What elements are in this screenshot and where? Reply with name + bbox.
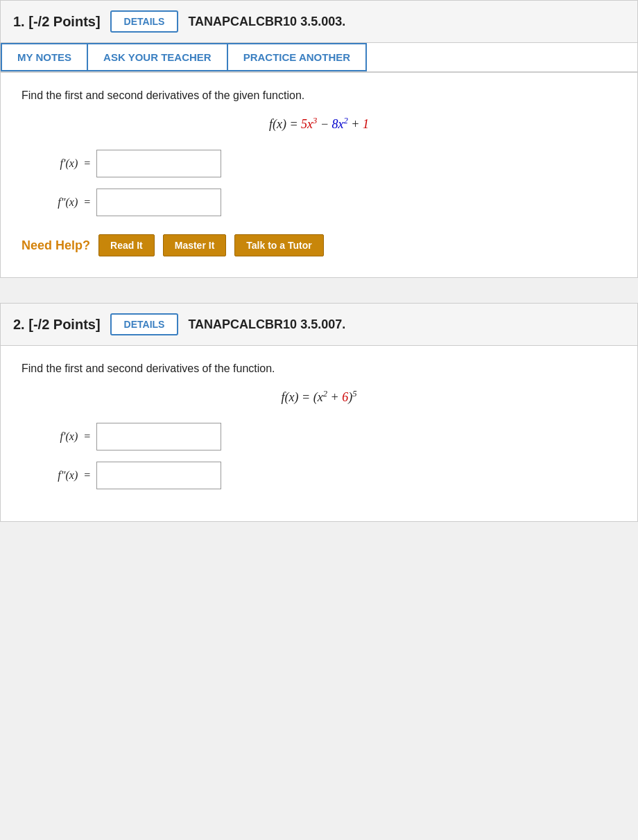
problem-2: 2. [-/2 Points] DETAILS TANAPCALCBR10 3.…	[0, 303, 638, 522]
problem-1-toolbar: MY NOTES ASK YOUR TEACHER PRACTICE ANOTH…	[1, 43, 637, 73]
problem-1-content: Find the first and second derivatives of…	[1, 73, 637, 277]
second-derivative-row-2: f″(x) =	[21, 462, 617, 489]
talk-to-tutor-button[interactable]: Talk to a Tutor	[234, 234, 323, 256]
ask-teacher-button[interactable]: ASK YOUR TEACHER	[87, 43, 228, 71]
need-help-label-1: Need Help?	[21, 238, 90, 253]
master-it-button[interactable]: Master It	[163, 234, 227, 256]
second-derivative-input-1[interactable]	[96, 189, 221, 216]
second-derivative-label-1: f″(x) =	[21, 196, 91, 209]
details-button-1[interactable]: DETAILS	[110, 10, 179, 33]
problem-2-number: 2. [-/2 Points]	[13, 317, 101, 333]
first-derivative-label-1: f′(x) =	[21, 157, 91, 170]
details-button-2[interactable]: DETAILS	[110, 313, 179, 335]
first-derivative-row-1: f′(x) =	[21, 150, 617, 177]
problem-2-content: Find the first and second derivatives of…	[1, 346, 637, 521]
problem-2-description: Find the first and second derivatives of…	[21, 362, 617, 375]
my-notes-button[interactable]: MY NOTES	[1, 43, 87, 71]
practice-another-button[interactable]: PRACTICE ANOTHER	[228, 43, 367, 71]
second-derivative-label-2: f″(x) =	[21, 469, 91, 482]
problem-1-id: TANAPCALCBR10 3.5.003.	[188, 15, 345, 29]
problem-2-id: TANAPCALCBR10 3.5.007.	[188, 317, 345, 332]
problem-1-header: 1. [-/2 Points] DETAILS TANAPCALCBR10 3.…	[1, 1, 637, 43]
first-derivative-input-2[interactable]	[96, 423, 221, 450]
second-derivative-input-2[interactable]	[96, 462, 221, 489]
problem-1-function: f(x) = 5x3 − 8x2 + 1	[21, 116, 617, 132]
problem-2-function: f(x) = (x2 + 6)5	[21, 389, 617, 405]
problem-2-header: 2. [-/2 Points] DETAILS TANAPCALCBR10 3.…	[1, 304, 637, 346]
problem-1: 1. [-/2 Points] DETAILS TANAPCALCBR10 3.…	[0, 0, 638, 278]
first-derivative-label-2: f′(x) =	[21, 430, 91, 443]
first-derivative-row-2: f′(x) =	[21, 423, 617, 450]
second-derivative-row-1: f″(x) =	[21, 189, 617, 216]
problem-1-description: Find the first and second derivatives of…	[21, 89, 617, 102]
problem-1-number: 1. [-/2 Points]	[13, 14, 101, 30]
need-help-section-1: Need Help? Read It Master It Talk to a T…	[21, 234, 617, 256]
spacer-between-problems	[0, 290, 638, 303]
first-derivative-input-1[interactable]	[96, 150, 221, 177]
read-it-button[interactable]: Read It	[98, 234, 155, 256]
